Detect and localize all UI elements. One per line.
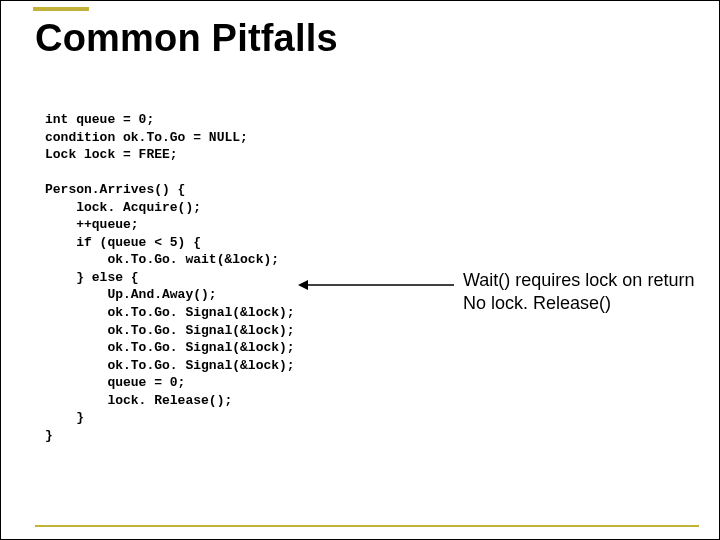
svg-marker-1 bbox=[298, 280, 308, 290]
code-line: if (queue < 5) { bbox=[45, 235, 201, 250]
code-line: ok.To.Go. Signal(&lock); bbox=[45, 358, 295, 373]
code-line: int queue = 0; bbox=[45, 112, 154, 127]
accent-bar-bottom bbox=[35, 525, 699, 527]
code-line: ok.To.Go. Signal(&lock); bbox=[45, 323, 295, 338]
code-line: Up.And.Away(); bbox=[45, 287, 217, 302]
arrow-left-icon bbox=[298, 279, 454, 291]
annotation-line: Wait() requires lock on return bbox=[463, 269, 694, 292]
slide-title: Common Pitfalls bbox=[35, 17, 338, 60]
accent-bar-top bbox=[33, 7, 89, 11]
code-line: queue = 0; bbox=[45, 375, 185, 390]
code-line: Person.Arrives() { bbox=[45, 182, 185, 197]
code-block: int queue = 0; condition ok.To.Go = NULL… bbox=[45, 111, 295, 444]
code-line: ok.To.Go. wait(&lock); bbox=[45, 252, 279, 267]
slide: Common Pitfalls int queue = 0; condition… bbox=[0, 0, 720, 540]
annotation-line: No lock. Release() bbox=[463, 292, 694, 315]
code-line: } bbox=[45, 428, 53, 443]
code-line: Lock lock = FREE; bbox=[45, 147, 178, 162]
annotation-text: Wait() requires lock on return No lock. … bbox=[463, 269, 694, 314]
code-line: lock. Acquire(); bbox=[45, 200, 201, 215]
code-line: } else { bbox=[45, 270, 139, 285]
code-line: lock. Release(); bbox=[45, 393, 232, 408]
code-line: ok.To.Go. Signal(&lock); bbox=[45, 340, 295, 355]
code-line: } bbox=[45, 410, 84, 425]
code-line: ok.To.Go. Signal(&lock); bbox=[45, 305, 295, 320]
code-line: ++queue; bbox=[45, 217, 139, 232]
code-line: condition ok.To.Go = NULL; bbox=[45, 130, 248, 145]
